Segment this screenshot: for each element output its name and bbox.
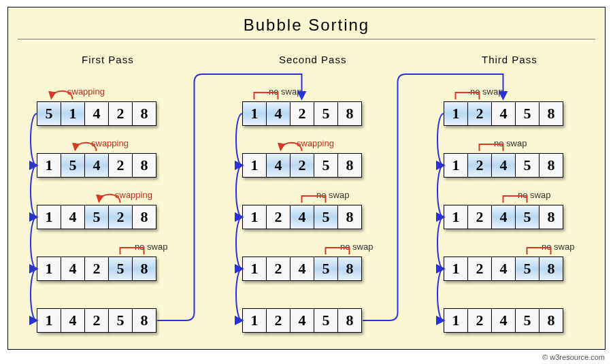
array-cell: 4	[491, 308, 516, 333]
array-row: 15428	[37, 153, 156, 178]
array-cell: 4	[491, 257, 516, 281]
array-cell: 5	[108, 257, 133, 281]
diagram-frame: Bubble Sorting First Pass51428swapping15…	[7, 7, 606, 350]
array-cell: 2	[290, 153, 314, 178]
array-cell: 4	[61, 308, 85, 333]
array-cell: 4	[290, 257, 314, 281]
array-cell: 5	[314, 101, 338, 126]
array-row: 14258	[37, 257, 156, 281]
array-row: 14528	[37, 205, 156, 229]
noswap-label: no swap	[340, 242, 373, 252]
array-cell: 2	[108, 205, 133, 229]
array-cell: 1	[37, 153, 61, 178]
array-cell: 4	[491, 101, 516, 126]
array-cell: 4	[491, 153, 516, 178]
copyright: © w3resource.com	[542, 353, 605, 361]
array-cell: 4	[266, 153, 291, 178]
divider	[18, 39, 595, 39]
noswap-label: no swap	[518, 190, 550, 200]
array-cell: 2	[84, 257, 109, 281]
array-cell: 5	[314, 153, 338, 178]
array-cell: 4	[84, 101, 109, 126]
page-title: Bubble Sorting	[8, 16, 605, 35]
array-cell: 5	[314, 308, 338, 333]
swap-label: swapping	[297, 138, 334, 148]
array-cell: 5	[515, 308, 540, 333]
array-cell: 1	[37, 257, 61, 281]
array-cell: 5	[314, 257, 338, 281]
array-row: 12458	[242, 308, 362, 333]
array-cell: 2	[467, 205, 492, 229]
array-cell: 2	[266, 308, 291, 333]
array-cell: 8	[132, 308, 156, 333]
array-cell: 8	[539, 205, 563, 229]
array-cell: 8	[132, 101, 156, 126]
array-cell: 8	[539, 308, 563, 333]
array-row: 12458	[444, 205, 563, 229]
array-cell: 2	[108, 101, 133, 126]
array-cell: 5	[515, 205, 540, 229]
array-cell: 2	[266, 257, 291, 281]
array-cell: 1	[61, 101, 85, 126]
array-cell: 8	[132, 205, 156, 229]
array-cell: 4	[290, 308, 314, 333]
array-cell: 5	[515, 257, 540, 281]
array-cell: 2	[467, 257, 492, 281]
array-cell: 1	[444, 153, 468, 178]
array-cell: 2	[467, 101, 492, 126]
noswap-label: no swap	[470, 86, 503, 97]
array-cell: 8	[539, 153, 563, 178]
array-row: 12458	[242, 205, 362, 229]
array-cell: 5	[37, 101, 61, 126]
array-cell: 5	[314, 205, 338, 229]
swap-label: swapping	[91, 138, 129, 148]
array-cell: 8	[337, 101, 362, 126]
array-cell: 2	[84, 308, 109, 333]
array-row: 14258	[242, 101, 362, 126]
array-cell: 8	[132, 257, 156, 281]
noswap-label: no swap	[494, 138, 527, 148]
array-row: 12458	[444, 308, 563, 333]
column-title: Third Pass	[482, 54, 537, 65]
array-cell: 8	[337, 257, 362, 281]
array-row: 12458	[444, 257, 563, 281]
array-cell: 1	[444, 257, 468, 281]
array-cell: 1	[242, 308, 267, 333]
noswap-label: no swap	[542, 242, 574, 252]
array-cell: 4	[290, 205, 314, 229]
array-row: 12458	[444, 101, 563, 126]
array-row: 12458	[242, 257, 362, 281]
noswap-label: no swap	[269, 86, 301, 97]
array-cell: 8	[337, 205, 362, 229]
array-cell: 1	[242, 153, 267, 178]
array-cell: 1	[242, 101, 267, 126]
array-cell: 1	[37, 205, 61, 229]
array-cell: 8	[337, 308, 362, 333]
array-cell: 5	[515, 101, 540, 126]
array-cell: 1	[242, 257, 267, 281]
noswap-label: no swap	[316, 190, 349, 200]
array-cell: 8	[539, 257, 563, 281]
array-cell: 1	[242, 205, 267, 229]
array-row: 14258	[37, 308, 156, 333]
array-cell: 2	[467, 308, 492, 333]
swap-label: swapping	[67, 86, 105, 97]
canvas: Bubble Sorting First Pass51428swapping15…	[0, 0, 613, 364]
array-cell: 8	[337, 153, 362, 178]
array-cell: 2	[290, 101, 314, 126]
array-row: 51428	[37, 101, 156, 126]
array-row: 14258	[242, 153, 362, 178]
array-cell: 4	[61, 257, 85, 281]
array-cell: 5	[515, 153, 540, 178]
swap-label: swapping	[115, 190, 152, 200]
array-cell: 5	[108, 308, 133, 333]
array-cell: 4	[491, 205, 516, 229]
array-cell: 5	[61, 153, 85, 178]
noswap-label: no swap	[135, 242, 167, 252]
column-title: First Pass	[82, 54, 134, 65]
array-cell: 1	[444, 308, 468, 333]
array-cell: 8	[539, 101, 563, 126]
array-cell: 2	[467, 153, 492, 178]
array-cell: 1	[444, 205, 468, 229]
array-cell: 1	[444, 101, 468, 126]
